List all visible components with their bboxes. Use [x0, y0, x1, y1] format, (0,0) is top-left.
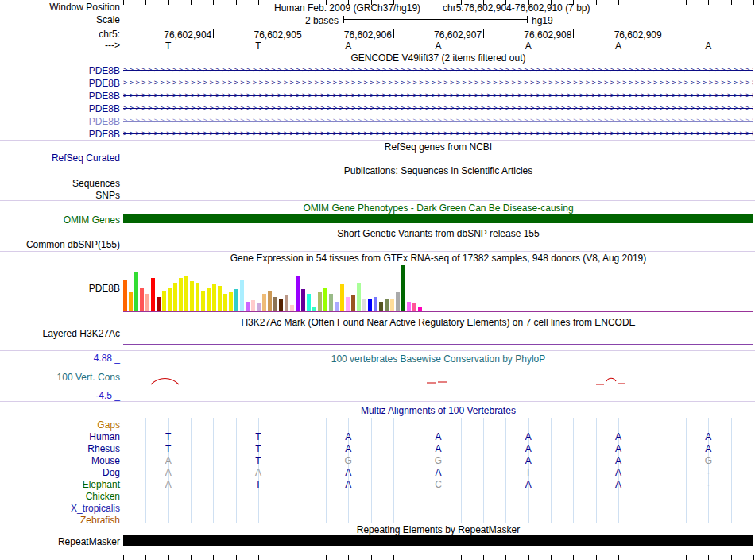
gtex-bar[interactable]	[290, 305, 294, 311]
alignment-base[interactable]: C	[429, 479, 448, 490]
alignment-base[interactable]: A	[339, 443, 358, 454]
gtex-bar[interactable]	[196, 283, 199, 311]
gtex-bar[interactable]	[157, 297, 161, 311]
gtex-bar[interactable]	[374, 297, 378, 311]
alignment-base[interactable]: T	[249, 455, 268, 466]
alignment-base[interactable]: T	[249, 443, 268, 454]
gtex-bar[interactable]	[418, 307, 422, 311]
gene-track[interactable]: >>>>>>>>>>>>>>>>>>>>>>>>>>>>>>>>>>>>>>>>…	[123, 116, 753, 126]
gtex-bar[interactable]	[179, 278, 183, 311]
gtex-bar[interactable]	[168, 288, 172, 311]
gtex-bar[interactable]	[390, 299, 394, 311]
gtex-bar[interactable]	[312, 307, 316, 311]
gtex-bar[interactable]	[240, 280, 244, 311]
alignment-base[interactable]: A	[519, 455, 538, 466]
repeatmasker-track-bar[interactable]	[123, 535, 753, 546]
alignment-base[interactable]: G	[429, 455, 448, 466]
alignment-base[interactable]: A	[429, 431, 448, 442]
alignment-base[interactable]: T	[519, 467, 538, 478]
repeatmasker-header[interactable]: Repeating Elements by RepeatMasker	[123, 525, 753, 535]
gtex-bar[interactable]	[412, 303, 416, 311]
gtex-bar[interactable]	[129, 292, 133, 311]
alignment-base[interactable]: A	[609, 479, 628, 490]
gtex-bar[interactable]	[123, 280, 127, 311]
multiz-header[interactable]: Multiz Alignments of 100 Vertebrates	[123, 406, 753, 416]
gtex-bar[interactable]	[279, 299, 283, 311]
gtex-bar[interactable]	[329, 294, 333, 311]
omim-header[interactable]: OMIM Gene Phenotypes - Dark Green Can Be…	[123, 203, 753, 214]
gtex-header[interactable]: Gene Expression in 54 tissues from GTEx …	[123, 253, 753, 264]
gtex-bar[interactable]	[229, 292, 233, 311]
gene-track[interactable]: >>>>>>>>>>>>>>>>>>>>>>>>>>>>>>>>>>>>>>>>…	[123, 78, 753, 87]
gtex-bar[interactable]	[140, 288, 144, 311]
gtex-bar[interactable]	[307, 294, 311, 311]
gene-track[interactable]: >>>>>>>>>>>>>>>>>>>>>>>>>>>>>>>>>>>>>>>>…	[123, 91, 753, 100]
gtex-bar[interactable]	[223, 294, 227, 311]
gtex-bar[interactable]	[296, 276, 300, 311]
gene-track[interactable]: >>>>>>>>>>>>>>>>>>>>>>>>>>>>>>>>>>>>>>>>…	[123, 103, 753, 113]
alignment-base[interactable]: A	[609, 431, 628, 442]
gtex-bar[interactable]	[201, 291, 205, 311]
gtex-bar[interactable]	[335, 302, 339, 311]
alignment-base[interactable]: A	[609, 443, 628, 454]
gtex-bar[interactable]	[385, 299, 389, 311]
gtex-bar[interactable]	[184, 276, 188, 311]
gtex-bar[interactable]	[407, 302, 411, 311]
gene-track[interactable]: >>>>>>>>>>>>>>>>>>>>>>>>>>>>>>>>>>>>>>>>…	[123, 129, 753, 138]
gtex-bar[interactable]	[173, 283, 177, 311]
alignment-base[interactable]: A	[339, 467, 358, 478]
gtex-bar[interactable]	[212, 284, 216, 311]
alignment-base[interactable]: A	[159, 479, 178, 490]
alignment-base[interactable]: -	[699, 467, 718, 478]
alignment-base[interactable]: -	[699, 479, 718, 490]
alignment-base[interactable]: T	[159, 431, 178, 442]
gtex-bar[interactable]	[362, 299, 366, 311]
alignment-base[interactable]: A	[339, 431, 358, 442]
alignment-base[interactable]: T	[249, 431, 268, 442]
alignment-base[interactable]: G	[339, 455, 358, 466]
alignment-base[interactable]: A	[519, 431, 538, 442]
gtex-bar[interactable]	[368, 299, 372, 311]
gtex-bar[interactable]	[323, 288, 327, 311]
alignment-base[interactable]: A	[159, 455, 178, 466]
gtex-bar[interactable]	[268, 291, 272, 311]
gtex-bar[interactable]	[145, 294, 149, 311]
gencode-header[interactable]: GENCODE V49lift37 (2 items filtered out)	[123, 53, 753, 64]
gtex-bar[interactable]	[340, 284, 344, 311]
gtex-bar[interactable]	[207, 288, 211, 311]
alignment-base[interactable]: A	[609, 467, 628, 478]
alignment-base[interactable]: A	[699, 443, 718, 454]
gtex-bar[interactable]	[234, 289, 238, 311]
gtex-bar[interactable]	[190, 281, 194, 311]
gtex-bar[interactable]	[151, 278, 155, 311]
gtex-bar[interactable]	[251, 300, 255, 311]
alignment-base[interactable]: G	[699, 455, 718, 466]
alignment-base[interactable]: A	[519, 479, 538, 490]
gtex-bar[interactable]	[285, 295, 288, 311]
gtex-bar[interactable]	[257, 303, 261, 311]
dbsnp-header[interactable]: Short Genetic Variants from dbSNP releas…	[123, 229, 753, 239]
alignment-base[interactable]: A	[339, 479, 358, 490]
alignment-base[interactable]: A	[429, 467, 448, 478]
gtex-bar[interactable]	[401, 265, 405, 311]
alignment-base[interactable]: A	[519, 443, 538, 454]
gtex-bar[interactable]	[262, 294, 266, 311]
alignment-base[interactable]: A	[609, 455, 628, 466]
phylop-signal[interactable]	[123, 362, 753, 400]
gtex-bar[interactable]	[162, 291, 166, 311]
gtex-bar[interactable]	[246, 302, 250, 311]
alignment-base[interactable]: A	[249, 467, 268, 478]
omim-track-bar[interactable]	[123, 214, 753, 223]
gene-track[interactable]: >>>>>>>>>>>>>>>>>>>>>>>>>>>>>>>>>>>>>>>>…	[123, 65, 753, 75]
refseq-header[interactable]: RefSeq genes from NCBI	[123, 142, 753, 153]
gtex-bar[interactable]	[346, 297, 350, 311]
gtex-bar[interactable]	[134, 272, 138, 311]
gtex-bar[interactable]	[273, 297, 277, 311]
alignment-base[interactable]: T	[159, 443, 178, 454]
alignment-base[interactable]: A	[159, 467, 178, 478]
publications-header[interactable]: Publications: Sequences in Scientific Ar…	[123, 166, 753, 176]
gtex-bar[interactable]	[396, 292, 400, 311]
gtex-bar[interactable]	[357, 283, 361, 311]
alignment-base[interactable]: T	[249, 479, 268, 490]
gtex-bar[interactable]	[318, 292, 322, 311]
